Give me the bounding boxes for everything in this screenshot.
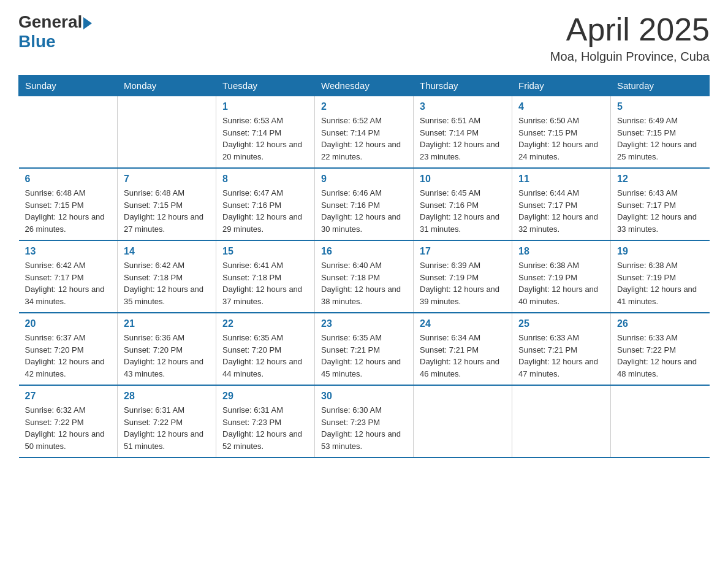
day-number: 11	[518, 174, 604, 185]
table-row: 22 Sunrise: 6:35 AMSunset: 7:20 PMDaylig…	[216, 313, 315, 385]
day-info: Sunrise: 6:44 AMSunset: 7:17 PMDaylight:…	[518, 187, 604, 235]
day-number: 27	[25, 391, 112, 402]
table-row: 24 Sunrise: 6:34 AMSunset: 7:21 PMDaylig…	[414, 313, 512, 385]
day-number: 24	[420, 318, 506, 329]
table-row: 9 Sunrise: 6:46 AMSunset: 7:16 PMDayligh…	[315, 168, 414, 240]
day-number: 15	[222, 246, 308, 257]
table-row: 20 Sunrise: 6:37 AMSunset: 7:20 PMDaylig…	[19, 313, 118, 385]
day-info: Sunrise: 6:32 AMSunset: 7:22 PMDaylight:…	[25, 404, 112, 452]
day-info: Sunrise: 6:42 AMSunset: 7:18 PMDaylight:…	[124, 259, 210, 307]
page-header: General Blue April 2025 Moa, Holguin Pro…	[18, 12, 710, 64]
table-row: 12 Sunrise: 6:43 AMSunset: 7:17 PMDaylig…	[611, 168, 710, 240]
day-info: Sunrise: 6:31 AMSunset: 7:22 PMDaylight:…	[124, 404, 210, 452]
day-number: 14	[124, 246, 210, 257]
table-row	[512, 385, 611, 458]
col-thursday: Thursday	[414, 75, 512, 96]
page-title: April 2025	[550, 12, 710, 47]
table-row: 26 Sunrise: 6:33 AMSunset: 7:22 PMDaylig…	[611, 313, 710, 385]
table-row: 5 Sunrise: 6:49 AMSunset: 7:15 PMDayligh…	[611, 96, 710, 169]
table-row: 4 Sunrise: 6:50 AMSunset: 7:15 PMDayligh…	[512, 96, 611, 169]
day-number: 8	[222, 174, 308, 185]
table-row: 6 Sunrise: 6:48 AMSunset: 7:15 PMDayligh…	[19, 168, 118, 240]
table-row	[611, 385, 710, 458]
title-block: April 2025 Moa, Holguin Province, Cuba	[550, 12, 710, 64]
day-info: Sunrise: 6:51 AMSunset: 7:14 PMDaylight:…	[420, 115, 506, 163]
table-row	[118, 96, 216, 169]
day-info: Sunrise: 6:45 AMSunset: 7:16 PMDaylight:…	[420, 187, 506, 235]
day-info: Sunrise: 6:52 AMSunset: 7:14 PMDaylight:…	[321, 115, 407, 163]
table-row: 17 Sunrise: 6:39 AMSunset: 7:19 PMDaylig…	[414, 240, 512, 313]
table-row: 10 Sunrise: 6:45 AMSunset: 7:16 PMDaylig…	[414, 168, 512, 240]
day-number: 19	[617, 246, 703, 257]
day-info: Sunrise: 6:35 AMSunset: 7:20 PMDaylight:…	[222, 332, 308, 380]
table-row: 19 Sunrise: 6:38 AMSunset: 7:19 PMDaylig…	[611, 240, 710, 313]
col-wednesday: Wednesday	[315, 75, 414, 96]
day-number: 18	[518, 246, 604, 257]
table-row: 1 Sunrise: 6:53 AMSunset: 7:14 PMDayligh…	[216, 96, 315, 169]
day-info: Sunrise: 6:39 AMSunset: 7:19 PMDaylight:…	[420, 259, 506, 307]
calendar-week-row: 13 Sunrise: 6:42 AMSunset: 7:17 PMDaylig…	[19, 240, 710, 313]
day-number: 20	[25, 318, 112, 329]
table-row	[414, 385, 512, 458]
day-number: 3	[420, 101, 506, 112]
day-info: Sunrise: 6:36 AMSunset: 7:20 PMDaylight:…	[124, 332, 210, 380]
day-info: Sunrise: 6:46 AMSunset: 7:16 PMDaylight:…	[321, 187, 407, 235]
table-row: 23 Sunrise: 6:35 AMSunset: 7:21 PMDaylig…	[315, 313, 414, 385]
day-number: 10	[420, 174, 506, 185]
day-number: 6	[25, 174, 112, 185]
day-info: Sunrise: 6:37 AMSunset: 7:20 PMDaylight:…	[25, 332, 112, 380]
table-row: 29 Sunrise: 6:31 AMSunset: 7:23 PMDaylig…	[216, 385, 315, 458]
day-number: 30	[321, 391, 407, 402]
day-info: Sunrise: 6:50 AMSunset: 7:15 PMDaylight:…	[518, 115, 604, 163]
day-number: 12	[617, 174, 703, 185]
col-tuesday: Tuesday	[216, 75, 315, 96]
day-number: 2	[321, 101, 407, 112]
logo-general: General	[18, 12, 82, 32]
logo-arrow-icon	[83, 17, 92, 29]
day-info: Sunrise: 6:49 AMSunset: 7:15 PMDaylight:…	[617, 115, 703, 163]
day-number: 16	[321, 246, 407, 257]
table-row: 7 Sunrise: 6:48 AMSunset: 7:15 PMDayligh…	[118, 168, 216, 240]
day-info: Sunrise: 6:48 AMSunset: 7:15 PMDaylight:…	[124, 187, 210, 235]
table-row	[19, 96, 118, 169]
day-number: 4	[518, 101, 604, 112]
table-row: 3 Sunrise: 6:51 AMSunset: 7:14 PMDayligh…	[414, 96, 512, 169]
logo: General Blue	[18, 12, 92, 52]
day-number: 26	[617, 318, 703, 329]
day-info: Sunrise: 6:34 AMSunset: 7:21 PMDaylight:…	[420, 332, 506, 380]
page-subtitle: Moa, Holguin Province, Cuba	[550, 50, 710, 64]
day-info: Sunrise: 6:38 AMSunset: 7:19 PMDaylight:…	[518, 259, 604, 307]
table-row: 18 Sunrise: 6:38 AMSunset: 7:19 PMDaylig…	[512, 240, 611, 313]
table-row: 30 Sunrise: 6:30 AMSunset: 7:23 PMDaylig…	[315, 385, 414, 458]
calendar-table: Sunday Monday Tuesday Wednesday Thursday…	[18, 75, 710, 458]
calendar-header-row: Sunday Monday Tuesday Wednesday Thursday…	[19, 75, 710, 96]
day-info: Sunrise: 6:48 AMSunset: 7:15 PMDaylight:…	[25, 187, 112, 235]
day-info: Sunrise: 6:33 AMSunset: 7:21 PMDaylight:…	[518, 332, 604, 380]
col-monday: Monday	[118, 75, 216, 96]
col-sunday: Sunday	[19, 75, 118, 96]
calendar-week-row: 20 Sunrise: 6:37 AMSunset: 7:20 PMDaylig…	[19, 313, 710, 385]
day-info: Sunrise: 6:30 AMSunset: 7:23 PMDaylight:…	[321, 404, 407, 452]
table-row: 11 Sunrise: 6:44 AMSunset: 7:17 PMDaylig…	[512, 168, 611, 240]
day-info: Sunrise: 6:47 AMSunset: 7:16 PMDaylight:…	[222, 187, 308, 235]
day-info: Sunrise: 6:33 AMSunset: 7:22 PMDaylight:…	[617, 332, 703, 380]
day-number: 17	[420, 246, 506, 257]
table-row: 13 Sunrise: 6:42 AMSunset: 7:17 PMDaylig…	[19, 240, 118, 313]
day-number: 1	[222, 101, 308, 112]
day-number: 7	[124, 174, 210, 185]
col-saturday: Saturday	[611, 75, 710, 96]
day-number: 5	[617, 101, 703, 112]
logo-blue: Blue	[18, 32, 56, 52]
table-row: 27 Sunrise: 6:32 AMSunset: 7:22 PMDaylig…	[19, 385, 118, 458]
day-info: Sunrise: 6:31 AMSunset: 7:23 PMDaylight:…	[222, 404, 308, 452]
table-row: 16 Sunrise: 6:40 AMSunset: 7:18 PMDaylig…	[315, 240, 414, 313]
calendar-week-row: 27 Sunrise: 6:32 AMSunset: 7:22 PMDaylig…	[19, 385, 710, 458]
day-number: 21	[124, 318, 210, 329]
table-row: 8 Sunrise: 6:47 AMSunset: 7:16 PMDayligh…	[216, 168, 315, 240]
day-info: Sunrise: 6:43 AMSunset: 7:17 PMDaylight:…	[617, 187, 703, 235]
table-row: 21 Sunrise: 6:36 AMSunset: 7:20 PMDaylig…	[118, 313, 216, 385]
day-number: 13	[25, 246, 112, 257]
day-number: 23	[321, 318, 407, 329]
day-number: 29	[222, 391, 308, 402]
day-number: 9	[321, 174, 407, 185]
